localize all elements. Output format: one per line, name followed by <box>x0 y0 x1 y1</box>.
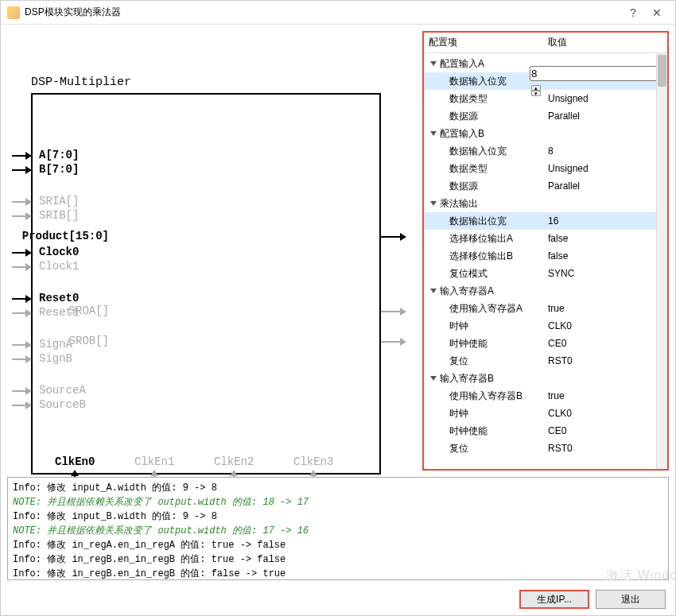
config-group[interactable]: 配置输入B <box>424 125 667 142</box>
port-bottom-label: ClkEn3 <box>293 455 333 468</box>
port-left-label: Clock1 <box>39 260 79 273</box>
config-row[interactable]: 时钟使能CE0 <box>424 335 667 352</box>
config-row[interactable]: 数据源Parallel <box>424 177 667 195</box>
help-button[interactable]: ? <box>621 6 645 19</box>
config-value: SYNC <box>548 268 574 279</box>
spin-up-icon[interactable]: ▴ <box>531 85 541 91</box>
chevron-down-icon <box>430 201 437 206</box>
port-left-label: B[7:0] <box>39 163 79 176</box>
config-panel: 配置项 取值 配置输入A数据输入位宽▴▾数据类型Unsigned数据源Paral… <box>422 31 669 471</box>
config-value: Unsigned <box>548 93 589 104</box>
port-arrow-in <box>12 215 31 217</box>
config-value: true <box>548 303 565 314</box>
config-label: 数据类型 <box>424 92 543 106</box>
close-button[interactable]: ✕ <box>645 6 669 19</box>
port-left-label: Clock0 <box>39 246 79 258</box>
config-value: CE0 <box>548 425 566 436</box>
config-value: 8 <box>548 145 554 157</box>
config-row[interactable]: 使用输入寄存器Atrue <box>424 300 667 317</box>
config-label: 数据类型 <box>424 162 543 176</box>
config-value: CLK0 <box>548 320 572 331</box>
config-label: 选择移位输出B <box>424 250 543 263</box>
port-right-label: SROB[] <box>69 335 109 347</box>
config-row[interactable]: 复位模式SYNC <box>424 265 667 282</box>
port-arrow-in <box>12 390 31 392</box>
port-arrow-in <box>12 358 31 360</box>
config-input[interactable] <box>530 66 667 81</box>
group-title: 乘法输出 <box>440 197 478 211</box>
config-label: 数据输入位宽 <box>424 75 525 88</box>
port-left-label: SourceB <box>39 398 86 411</box>
log-line: Info: 修改 in_regB.en_in_regB 的值: false ->… <box>13 567 663 580</box>
app-icon <box>7 6 20 19</box>
config-label: 使用输入寄存器B <box>424 389 543 403</box>
config-row[interactable]: 数据输入位宽▴▾ <box>424 72 667 90</box>
config-value: false <box>548 233 568 244</box>
port-arrow-in <box>12 266 31 268</box>
config-group[interactable]: 输入寄存器B <box>424 370 667 387</box>
port-left-label: Reset0 <box>39 292 79 304</box>
config-row[interactable]: 数据输出位宽16 <box>424 212 667 230</box>
config-row[interactable]: 复位RST0 <box>424 352 667 370</box>
config-row[interactable]: 数据类型Unsigned <box>424 160 667 177</box>
scroll-thumb[interactable] <box>658 55 666 87</box>
config-row[interactable]: 使用输入寄存器Btrue <box>424 387 667 405</box>
chevron-down-icon <box>430 61 437 66</box>
config-value: Parallel <box>548 110 580 122</box>
config-value: CLK0 <box>548 408 572 419</box>
window-title: DSP模块实现的乘法器 <box>25 6 621 19</box>
port-arrow-up <box>233 476 235 477</box>
group-title: 输入寄存器B <box>440 372 494 385</box>
log-line: NOTE: 并且根据依赖关系改变了 output.width 的值: 17 ->… <box>13 524 663 538</box>
port-left-label: A[7:0] <box>39 149 79 161</box>
config-value: RST0 <box>548 443 573 454</box>
port-arrow-in <box>12 155 31 157</box>
config-group[interactable]: 输入寄存器A <box>424 282 667 300</box>
port-arrow-up <box>313 476 314 477</box>
port-arrow-in <box>12 344 31 346</box>
log-line: Info: 修改 input_B.width 的值: 9 -> 8 <box>13 509 663 524</box>
port-arrow-in <box>12 405 31 406</box>
port-arrow-in <box>12 312 31 314</box>
config-label: 时钟使能 <box>424 424 543 438</box>
config-row[interactable]: 数据类型Unsigned <box>424 90 667 107</box>
config-row[interactable]: 选择移位输出Bfalse <box>424 247 667 265</box>
port-arrow-in <box>12 201 31 203</box>
config-row[interactable]: 时钟CLK0 <box>424 405 667 422</box>
port-left-label: SRIA[] <box>39 195 79 207</box>
multiplier-block <box>31 93 381 475</box>
config-tree[interactable]: 配置输入A数据输入位宽▴▾数据类型Unsigned数据源Parallel配置输入… <box>424 53 667 469</box>
config-value: true <box>548 390 565 401</box>
port-arrow-out <box>381 236 400 238</box>
config-label: 数据源 <box>424 110 543 123</box>
header-prop: 配置项 <box>424 36 543 49</box>
config-label: 复位模式 <box>424 267 543 281</box>
log-panel[interactable]: Info: 修改 input_A.width 的值: 9 -> 8NOTE: 并… <box>7 477 669 580</box>
config-label: 时钟 <box>424 407 543 420</box>
log-line: Info: 修改 in_regA.en_in_regA 的值: true -> … <box>13 538 663 552</box>
config-header: 配置项 取值 <box>424 33 667 53</box>
config-label: 复位 <box>424 442 543 455</box>
config-value: RST0 <box>548 355 573 366</box>
port-right-label: SROA[] <box>69 304 109 317</box>
config-label: 复位 <box>424 354 543 368</box>
config-group[interactable]: 乘法输出 <box>424 195 667 212</box>
port-left-label: SignA <box>39 338 72 351</box>
exit-button[interactable]: 退出 <box>596 590 666 609</box>
group-title: 配置输入B <box>440 127 484 141</box>
config-row[interactable]: 时钟CLK0 <box>424 317 667 335</box>
group-title: 输入寄存器A <box>440 285 494 298</box>
block-diagram: DSP-Multiplier A[7:0]B[7:0]SRIA[]SRIB[]C… <box>7 31 418 471</box>
titlebar: DSP模块实现的乘法器 ? ✕ <box>1 1 675 25</box>
config-row[interactable]: 选择移位输出Afalse <box>424 230 667 247</box>
generate-ip-button[interactable]: 生成IP... <box>519 590 589 609</box>
port-right-label: Product[15:0] <box>22 230 109 242</box>
config-row[interactable]: 数据源Parallel <box>424 107 667 125</box>
config-scrollbar[interactable] <box>656 53 667 469</box>
config-row[interactable]: 数据输入位宽8 <box>424 142 667 160</box>
config-row[interactable]: 时钟使能CE0 <box>424 422 667 440</box>
log-line: Info: 修改 in_regB.en_in_regB 的值: true -> … <box>13 552 663 567</box>
port-bottom-label: ClkEn2 <box>214 455 254 468</box>
port-arrow-in <box>12 252 31 254</box>
config-row[interactable]: 复位RST0 <box>424 440 667 457</box>
